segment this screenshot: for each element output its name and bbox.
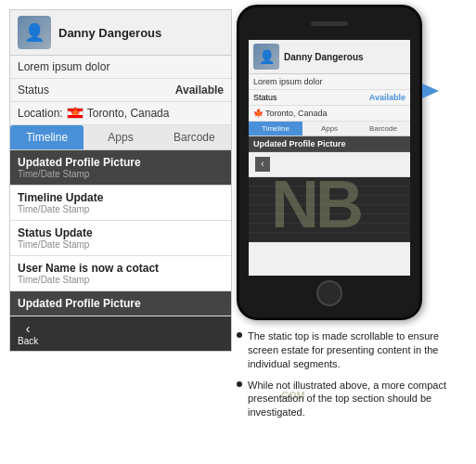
phone-profile-name: Danny Dangerous: [284, 52, 364, 62]
bullet-text-2: While not illustrated above, a more comp…: [248, 379, 471, 420]
bottom-bar: ‹ Back: [10, 316, 231, 351]
location-row: Location: Toronto, Canada: [10, 102, 231, 125]
phone-tab-apps[interactable]: Apps: [302, 122, 356, 135]
arrow-right-icon: [422, 84, 443, 98]
phone-chevron-row: ‹: [249, 152, 410, 177]
phone-status-row: Status Available: [249, 90, 410, 106]
bullet-dot-2: [237, 381, 242, 387]
phone-dark-row-5: [249, 214, 410, 224]
phone-body: 👤 Danny Dangerous Lorem ipsum dolor Stat…: [237, 5, 422, 320]
item-1-stamp: Time/Date Stamp: [18, 169, 224, 179]
phone-dark-row-1: [249, 177, 410, 187]
timeline-item-5: Updated Profile Picture: [10, 291, 231, 316]
phone-location-row: 🍁 Toronto, Canada: [249, 106, 410, 122]
phone-avatar: 👤: [253, 44, 279, 70]
phone-dark-row-2: [249, 187, 410, 196]
item-5-title: Updated Profile Picture: [18, 297, 224, 310]
bullet-item-1: The static top is made scrollable to ens…: [237, 329, 471, 371]
avatar: 👤: [18, 16, 51, 49]
phone-location-label: 🍁: [253, 109, 264, 118]
item-2-title: Timeline Update: [18, 191, 224, 204]
location-label: Location:: [18, 107, 63, 120]
item-1-title: Updated Profile Picture: [18, 156, 224, 169]
location-value: Toronto, Canada: [87, 107, 170, 120]
flag-icon: [67, 108, 84, 119]
phone-dark-row-3: [249, 196, 410, 205]
left-panel: 👤 Danny Dangerous Lorem ipsum dolor Stat…: [9, 9, 232, 352]
phone-item-1-title: Updated Profile Picture: [253, 139, 405, 148]
bullets-section: The static top is made scrollable to ens…: [237, 329, 471, 459]
status-label: Status: [18, 84, 49, 97]
phone-tab-timeline[interactable]: Timeline: [249, 122, 302, 135]
phone-tab-barcode[interactable]: Barcode: [356, 122, 410, 135]
phone-tabs: Timeline Apps Barcode: [249, 122, 410, 136]
timeline-item-3: Status Update Time/Date Stamp: [10, 221, 231, 256]
phone-status-label: Status: [253, 93, 277, 102]
item-4-title: User Name is now a cotact: [18, 262, 224, 275]
phone-dark-row-7: [249, 233, 410, 242]
back-label: Back: [18, 336, 38, 346]
status-value: Available: [175, 84, 224, 97]
tab-timeline[interactable]: Timeline: [10, 125, 84, 149]
profile-header: 👤 Danny Dangerous: [10, 10, 231, 56]
tab-barcode[interactable]: Barcode: [158, 125, 231, 149]
tab-apps[interactable]: Apps: [84, 125, 157, 149]
phone-chevron-left-icon[interactable]: ‹: [255, 157, 270, 172]
status-row: Status Available: [10, 79, 231, 102]
item-2-stamp: Time/Date Stamp: [18, 204, 224, 214]
avatar-image: 👤: [18, 16, 51, 49]
item-3-title: Status Update: [18, 226, 224, 239]
phone-dark-row-4: [249, 205, 410, 214]
phone-location-value: Toronto, Canada: [265, 109, 328, 118]
bullet-item-2: While not illustrated above, a more comp…: [237, 379, 471, 420]
phone-screen: 👤 Danny Dangerous Lorem ipsum dolor Stat…: [249, 40, 410, 276]
timeline-item-2: Timeline Update Time/Date Stamp: [10, 186, 231, 221]
back-button[interactable]: ‹ Back: [18, 321, 38, 346]
phone-dark-row-6: [249, 224, 410, 233]
phone-speaker: [311, 21, 348, 26]
item-4-stamp: Time/Date Stamp: [18, 275, 224, 285]
phone-status-value: Available: [369, 93, 405, 102]
bullet-dot-1: [237, 332, 242, 338]
phone-dark-rows: [249, 177, 410, 242]
phone-timeline-item-1: Updated Profile Picture: [249, 136, 410, 152]
back-chevron-icon: ‹: [26, 321, 31, 336]
phone-mockup: 👤 Danny Dangerous Lorem ipsum dolor Stat…: [237, 5, 422, 320]
phone-lorem-row: Lorem ipsum dolor: [249, 74, 410, 90]
timeline-item-4: User Name is now a cotact Time/Date Stam…: [10, 256, 231, 291]
phone-profile-header: 👤 Danny Dangerous: [249, 40, 410, 74]
tabs-row: Timeline Apps Barcode: [10, 125, 231, 150]
lorem-row: Lorem ipsum dolor: [10, 56, 231, 79]
phone-home-button[interactable]: [316, 280, 342, 306]
bullet-text-1: The static top is made scrollable to ens…: [248, 329, 471, 371]
timeline-item-1: Updated Profile Picture Time/Date Stamp: [10, 150, 231, 186]
item-3-stamp: Time/Date Stamp: [18, 239, 224, 250]
profile-name: Danny Dangerous: [58, 26, 161, 40]
